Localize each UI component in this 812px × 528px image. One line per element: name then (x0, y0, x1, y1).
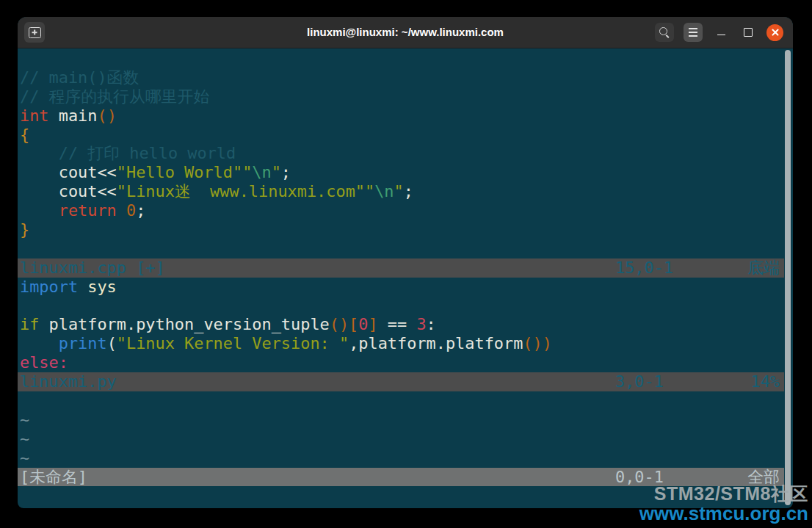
minimize-button[interactable] (712, 23, 730, 41)
code-line: if platform.python_version_tuple()[0] ==… (18, 315, 793, 334)
statusline-filename: [未命名] (20, 468, 87, 486)
new-tab-icon (29, 27, 41, 38)
vim-statusline: linuxmi.py3,0-114% (18, 372, 784, 391)
blank-line (18, 239, 793, 258)
code-line: cout<<"Linux迷 www.linuxmi.com""\n"; (18, 182, 793, 201)
hamburger-menu-icon (689, 28, 697, 36)
terminal-window: linuxmi@linuxmi: ~/www.linuxmi.com // ma… (18, 17, 793, 508)
code-line: print("Linux Kernel Version: ",platform.… (18, 334, 793, 353)
maximize-icon (744, 28, 753, 37)
code-line: cout<<"Hello World""\n"; (18, 163, 793, 182)
blank-line (18, 297, 793, 316)
statusline-filename: linuxmi.py (20, 372, 117, 391)
scrollbar[interactable] (785, 50, 791, 505)
code-line: { (18, 126, 793, 145)
code-line: ~ (18, 430, 793, 449)
code-line: return 0; (18, 201, 793, 220)
statusline-position: 底端 (747, 258, 780, 278)
search-button[interactable] (655, 23, 674, 42)
vim-editor-area: // main()函数// 程序的执行从哪里开始int main(){ // 打… (18, 49, 793, 505)
code-line: import sys (18, 278, 793, 297)
code-line: int main() (18, 106, 793, 126)
statusline-ruler: 3,0-1 (615, 372, 664, 391)
new-tab-button[interactable] (24, 22, 45, 43)
vim-statusline: linuxmi.cpp [+]15,0-1底端 (18, 258, 784, 278)
code-line: else: (18, 353, 793, 372)
watermark: STM32/STM8社区 www.stmcu.org.cn (639, 484, 808, 524)
statusline-filename: linuxmi.cpp [+] (20, 258, 165, 277)
code-line: ~ (18, 411, 793, 430)
blank-line (18, 49, 793, 68)
watermark-line2: www.stmcu.org.cn (639, 504, 808, 524)
close-button[interactable] (766, 24, 783, 41)
code-line: ~ (18, 449, 793, 468)
code-line: // 程序的执行从哪里开始 (18, 87, 793, 106)
maximize-button[interactable] (739, 23, 757, 41)
search-icon (659, 26, 670, 38)
titlebar[interactable]: linuxmi@linuxmi: ~/www.linuxmi.com (18, 17, 793, 48)
statusline-ruler: 15,0-1 (615, 258, 673, 278)
minimize-icon (717, 35, 725, 36)
watermark-line1: STM32/STM8社区 (639, 484, 808, 504)
menu-button[interactable] (684, 23, 703, 42)
statusline-position: 14% (750, 372, 780, 391)
blank-line (18, 391, 793, 411)
code-line: } (18, 220, 793, 239)
titlebar-actions (655, 17, 783, 48)
code-line: // main()函数 (18, 68, 793, 87)
terminal-screen[interactable]: // main()函数// 程序的执行从哪里开始int main(){ // 打… (18, 48, 793, 508)
code-line: // 打印 hello world (18, 144, 793, 163)
